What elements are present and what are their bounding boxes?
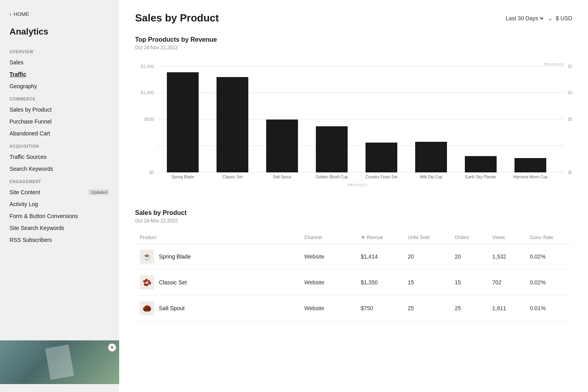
sales-table: Product Channel ▼ Revnue Units Sold Orde… — [135, 232, 572, 321]
cell-units-sold: 25 — [403, 295, 450, 321]
sidebar-item-label: Sales by Product — [10, 106, 52, 113]
sidebar-item-traffic-sources[interactable]: Traffic Sources — [0, 151, 119, 163]
product-name: Salt Spout — [159, 305, 185, 311]
analytics-title: Analytics — [0, 23, 119, 45]
sidebar-item-traffic[interactable]: Traffic — [0, 68, 119, 80]
svg-text:REVENUE: REVENUE — [544, 62, 564, 66]
sidebar-item-label: Abandoned Cart — [10, 130, 50, 137]
table-title: Sales by Product — [135, 209, 572, 216]
sidebar-promo-image: ✕ — [0, 340, 119, 384]
svg-text:$1,500: $1,500 — [141, 64, 154, 69]
cell-product: ☕ Spring Blade — [135, 244, 300, 270]
svg-text:PRODUCT: PRODUCT — [347, 183, 368, 187]
section-label-overview: OVERVIEW — [0, 45, 119, 56]
cell-orders: 15 — [450, 270, 487, 295]
currency-label: $ USD — [556, 15, 572, 21]
sidebar-item-label: Form & Button Conversions — [10, 213, 78, 219]
svg-text:$1,000: $1,000 — [568, 90, 572, 95]
section-label-engagement: ENGAGEMENT — [0, 175, 119, 186]
bar-country-feast-set — [366, 143, 397, 172]
sidebar-item-label: Site Content — [10, 189, 40, 195]
col-orders: Orders — [450, 232, 487, 244]
updated-badge: Updated — [88, 189, 110, 195]
close-promo-button[interactable]: ✕ — [108, 344, 116, 351]
cell-orders: 25 — [450, 295, 487, 321]
table-row: 🌰 Salt Spout Website $750 25 25 1,811 0.… — [135, 295, 572, 321]
sidebar-item-rss-subscribers[interactable]: RSS Subscribers — [0, 234, 119, 246]
product-thumbnail: 🌰 — [140, 301, 154, 315]
svg-text:$0: $0 — [149, 170, 154, 175]
home-nav[interactable]: ‹ HOME — [0, 8, 119, 23]
sidebar-item-geography[interactable]: Geography — [0, 80, 119, 92]
sidebar-item-sales[interactable]: Sales — [0, 56, 119, 68]
sidebar-item-label: Traffic Sources — [10, 154, 46, 160]
sidebar-item-site-content[interactable]: Site Content Updated — [0, 186, 119, 198]
col-views: Views — [487, 232, 525, 244]
date-filter-select[interactable]: Last 30 Days Last 7 Days Last 90 Days — [504, 15, 545, 22]
main-content: Sales by Product Last 30 Days Last 7 Day… — [119, 0, 588, 392]
cell-views: 1,532 — [487, 244, 525, 270]
section-label-commerce: COMMERCE — [0, 92, 119, 104]
sidebar-item-search-keywords[interactable]: Search Keywords — [0, 163, 119, 175]
svg-text:Golden Blush Cup: Golden Blush Cup — [315, 175, 348, 179]
cell-channel: Website — [300, 244, 356, 270]
bar-chart: $1,500 $1,000 $500 $0 $1,500 $1,000 $500… — [135, 58, 572, 193]
svg-text:Country Feast Set: Country Feast Set — [366, 175, 398, 179]
cell-conv-rate: 0.01% — [525, 295, 572, 321]
cell-product: 🫘 Classic Set — [135, 270, 300, 295]
svg-text:$500: $500 — [568, 117, 572, 122]
svg-text:Milk Dip Cup: Milk Dip Cup — [420, 175, 443, 179]
sidebar-item-purchase-funnel[interactable]: Purchase Funnel — [0, 116, 119, 127]
bar-earth-sky-planter — [465, 156, 497, 172]
cell-conv-rate: 0.02% — [525, 244, 572, 270]
cell-product: 🌰 Salt Spout — [135, 295, 300, 321]
sidebar-item-abandoned-cart[interactable]: Abandoned Cart — [0, 127, 119, 139]
svg-text:Spring Blade: Spring Blade — [171, 175, 194, 179]
cell-revenue: $1,350 — [356, 270, 403, 295]
cell-orders: 20 — [450, 244, 487, 270]
sidebar-item-label: Sales — [10, 59, 23, 66]
bar-golden-blush-cup — [316, 126, 348, 172]
chart-title: Top Prooducts by Revenue — [135, 36, 572, 43]
svg-text:Harrvest Moon Cup: Harrvest Moon Cup — [513, 175, 548, 179]
sidebar-item-label: Purchase Funnel — [10, 118, 52, 125]
home-label: HOME — [14, 11, 29, 17]
svg-text:Earth Sky Planter: Earth Sky Planter — [465, 175, 496, 179]
sidebar-item-activity-log[interactable]: Activity Log — [0, 198, 119, 210]
sort-arrow-icon: ▼ — [361, 235, 366, 240]
sidebar-item-site-search-keywords[interactable]: Site Search Keywords — [0, 222, 119, 234]
cell-views: 702 — [487, 270, 525, 295]
col-conv-rate: Conv. Rate — [525, 232, 572, 244]
cell-views: 1,811 — [487, 295, 525, 321]
page-title: Sales by Product — [135, 12, 219, 24]
svg-text:$1,500: $1,500 — [568, 64, 572, 69]
section-label-acquisition: ACQUISITION — [0, 139, 119, 151]
product-thumbnail: ☕ — [140, 249, 154, 264]
table-row: 🫘 Classic Set Website $1,350 15 15 702 0… — [135, 270, 572, 295]
date-filter-control[interactable]: Last 30 Days Last 7 Days Last 90 Days ⌄ … — [504, 15, 572, 22]
col-units-sold: Units Sold — [403, 232, 450, 244]
table-date-range: Oct 24-Nov 22,2022 — [135, 218, 572, 224]
product-name: Classic Set — [159, 279, 187, 286]
col-product: Product — [135, 232, 300, 244]
bar-classic-set — [217, 77, 248, 172]
bar-salt-spout — [266, 120, 298, 172]
chart-date-range: Oct 24-Nov 22,2022 — [135, 45, 572, 50]
sidebar-item-sales-by-product[interactable]: Sales by Product — [0, 104, 119, 116]
table-row: ☕ Spring Blade Website $1,414 20 20 1,53… — [135, 244, 572, 270]
sidebar-item-form-button-conversions[interactable]: Form & Button Conversions — [0, 210, 119, 222]
col-channel: Channel — [300, 232, 356, 244]
chart-section: Top Prooducts by Revenue Oct 24-Nov 22,2… — [135, 36, 572, 193]
bar-spring-blade — [167, 72, 199, 172]
product-thumbnail: 🫘 — [140, 275, 154, 290]
chevron-left-icon: ‹ — [10, 11, 11, 17]
sidebar-item-label: RSS Subscribers — [10, 237, 52, 243]
sidebar-item-label: Geography — [10, 83, 37, 89]
main-header: Sales by Product Last 30 Days Last 7 Day… — [135, 12, 572, 24]
cell-units-sold: 15 — [403, 270, 450, 295]
bar-milk-dip-cup — [415, 142, 447, 172]
sidebar: ‹ HOME Analytics OVERVIEW Sales Traffic … — [0, 0, 119, 392]
svg-text:Salt Spout: Salt Spout — [273, 175, 291, 179]
col-revenue[interactable]: ▼ Revnue — [356, 232, 403, 244]
bar-harrvest-moon-cup — [514, 158, 546, 172]
